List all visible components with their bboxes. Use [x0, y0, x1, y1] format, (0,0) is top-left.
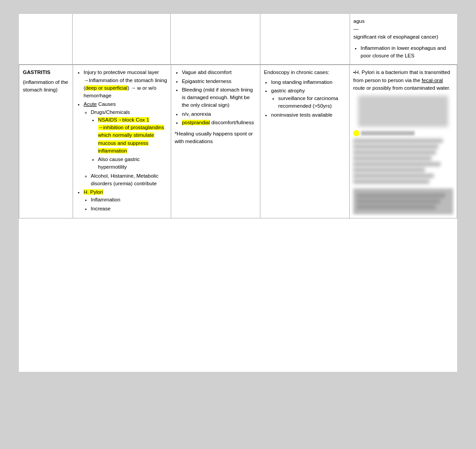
hemorrhage-text: hemorrhage — [84, 93, 112, 98]
blurred-line-2 — [353, 139, 443, 143]
blurred-bottom-box — [353, 188, 453, 214]
agus-text: agus — [354, 18, 365, 24]
blurred-line-6 — [353, 162, 441, 166]
deep-superficial-highlight: deep or superficial — [85, 85, 127, 91]
blurred-text-1 — [353, 139, 453, 184]
alcohol-item: Alcohol, Histamine, Metabolic disorders … — [91, 172, 167, 188]
endoscopy-heading: Endoscopy in chronic cases: — [264, 69, 346, 76]
bleeding-item: Bleeding (mild if stomach lining is dama… — [182, 86, 256, 109]
top-col-3 — [171, 14, 260, 64]
blurred-bottom-3 — [357, 205, 436, 209]
col-hpylori-info: •H. Pylori is a bacterium that is transm… — [350, 65, 457, 218]
blurred-line-4 — [353, 150, 436, 155]
also-item: Also cause gastric hypermotility — [98, 156, 167, 171]
blurred-line-7 — [353, 168, 425, 172]
acute-label: Acute — [84, 101, 97, 107]
blurred-line-3 — [353, 144, 438, 149]
healing-note: *Healing usually happens spont or with m… — [175, 130, 256, 146]
nsaids-item: NSAIDS→block Cox 1 →inhibition of prosta… — [98, 116, 167, 155]
blurred-line-5 — [353, 156, 432, 161]
increase-item: Increase — [91, 205, 167, 213]
epigastric-item: Epigastric tenderness — [182, 78, 256, 85]
postprandial-highlight: postprandial — [182, 120, 210, 125]
gastritis-title: GASTRITIS — [23, 69, 69, 76]
col-gastritis-title: GASTRITIS (inflammation of the stomach l… — [19, 65, 73, 218]
hpylori-intro2: route or possibly from contaminated wate… — [353, 85, 450, 91]
blurred-content-area — [353, 130, 453, 184]
gastric-atrophy-item: gastric atrophy surveillance for carcino… — [271, 87, 346, 110]
dash-text: — — [354, 26, 359, 31]
noninvasive-item: noninvasive tests available — [271, 111, 346, 119]
blurred-line-8 — [353, 174, 434, 178]
blurred-bottom-1 — [357, 193, 445, 198]
top-col5-text: agus — significant risk of esophageal ca… — [354, 17, 454, 60]
col-pathophys: Injury to protective mucosal layer →Infl… — [73, 65, 171, 218]
blurred-line-9 — [353, 179, 429, 184]
hpylori-highlight: H. Pylori — [84, 189, 103, 195]
col-symptoms: Vague abd discomfort Epigastric tenderne… — [171, 65, 260, 218]
drugs-item: Drugs/Chemicals NSAIDS→block Cox 1 →inhi… — [91, 109, 167, 171]
mucosal-text2: ) → w or w/o — [127, 85, 156, 91]
gastritis-subtitle: (inflammation of the stomach lining) — [23, 78, 69, 94]
top-section: agus — significant risk of esophageal ca… — [19, 14, 457, 65]
vague-abd-item: Vague abd discomfort — [182, 69, 256, 76]
hpylori-item: H. Pylori Inflammation Increase — [84, 188, 167, 213]
col-diagnostics: Endoscopy in chronic cases: long standin… — [260, 65, 350, 218]
long-standing-item: long standing inflammation — [271, 78, 346, 86]
postprandial-item: postprandial discomfort/fullness — [182, 119, 256, 126]
les-item: Inflammation in lower esophagus and poor… — [361, 44, 454, 60]
page-container: agus — significant risk of esophageal ca… — [18, 13, 458, 372]
fecal-oral-text: fecal-oral — [422, 78, 443, 83]
top-col-2 — [73, 14, 171, 64]
blurred-line-1 — [361, 131, 415, 135]
risk-text: significant risk of esophageal cancer) — [354, 34, 438, 39]
top-col-4 — [260, 14, 350, 64]
main-table-row: GASTRITIS (inflammation of the stomach l… — [19, 65, 457, 218]
drugs-text: Drugs/Chemicals — [91, 109, 130, 115]
gastric-atrophy-text: gastric atrophy — [271, 88, 305, 93]
discomfort-fullness: discomfort/fullness — [212, 120, 254, 125]
top-col-5: agus — significant risk of esophageal ca… — [350, 14, 458, 64]
surveillance-item: surveillance for carcinoma recommended (… — [278, 95, 346, 110]
hpylori-description: •H. Pylori is a bacterium that is transm… — [353, 69, 453, 92]
yellow-dot-icon — [353, 130, 359, 136]
mucosal-injury-item: Injury to protective mucosal layer →Infl… — [84, 69, 167, 100]
acute-causes-item: Acute Causes Drugs/Chemicals NSAIDS→bloc… — [84, 100, 167, 187]
nv-item: n/v, anorexia — [182, 110, 256, 118]
blurred-image-1 — [358, 96, 448, 127]
causes-label: Causes — [98, 101, 116, 107]
nsaids-highlight: NSAIDS→block Cox 1 →inhibition of prosta… — [98, 117, 164, 153]
inflammation-item: Inflammation — [91, 196, 167, 204]
top-col-1 — [19, 14, 73, 64]
blurred-bottom-2 — [357, 199, 440, 204]
